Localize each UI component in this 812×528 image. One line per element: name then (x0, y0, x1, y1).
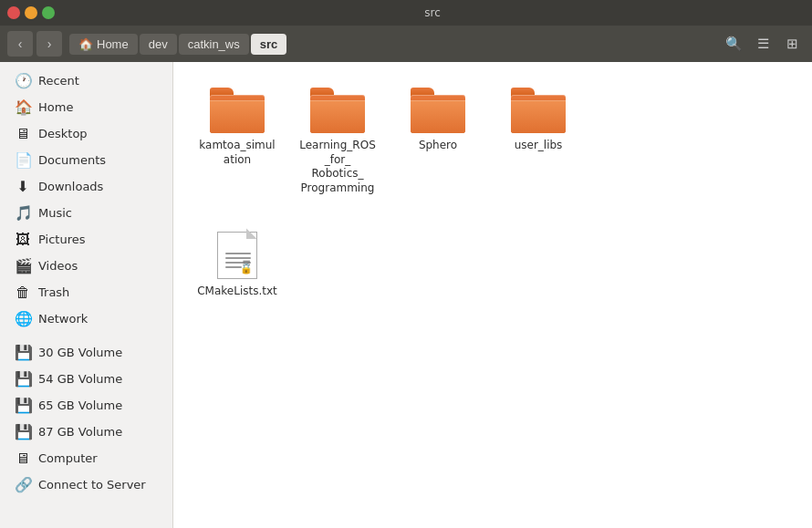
sidebar-label-connect: Connect to Server (38, 478, 146, 492)
file-label-cmakelists: CMakeLists.txt (197, 285, 277, 299)
view-list-icon: ☰ (757, 36, 769, 52)
videos-icon: 🎬 (15, 257, 31, 274)
folder-icon-learning-ros (310, 88, 365, 133)
search-icon: 🔍 (725, 36, 743, 52)
back-icon: ‹ (18, 36, 23, 51)
sidebar-label-vol54: 54 GB Volume (38, 372, 122, 386)
home-icon: 🏠 (78, 37, 93, 51)
file-label-sphero: Sphero (419, 139, 457, 153)
file-item-learning-ros[interactable]: Learning_ROS_for_Robotics_Programming (292, 80, 383, 202)
breadcrumb-src-label: src (260, 37, 278, 51)
sidebar-item-desktop[interactable]: 🖥 Desktop (4, 120, 169, 147)
forward-button[interactable]: › (36, 31, 62, 57)
forward-icon: › (47, 36, 52, 51)
breadcrumb-home[interactable]: 🏠 Home (69, 34, 138, 55)
folder-icon-kamtoa (210, 88, 265, 133)
view-grid-button[interactable]: ⊞ (779, 31, 805, 57)
minimize-button[interactable] (25, 6, 37, 19)
search-button[interactable]: 🔍 (721, 31, 746, 57)
connect-icon: 🔗 (15, 476, 31, 493)
folder-icon-sphero (411, 88, 465, 133)
sidebar-label-documents: Documents (38, 153, 106, 167)
toolbar-right: 🔍 ☰ ⊞ (721, 31, 805, 57)
breadcrumb-dev-label: dev (149, 37, 168, 51)
window-controls (7, 6, 55, 19)
recent-icon: 🕐 (15, 72, 31, 89)
sidebar-item-videos[interactable]: 🎬 Videos (4, 253, 169, 279)
sidebar-label-trash: Trash (38, 285, 69, 299)
sidebar-label-downloads: Downloads (38, 180, 103, 193)
back-button[interactable]: ‹ (7, 31, 33, 57)
view-grid-icon: ⊞ (786, 36, 798, 52)
breadcrumb-home-label: Home (97, 37, 129, 51)
sidebar-item-computer[interactable]: 🖥 Computer (4, 445, 169, 471)
breadcrumb-catkin_ws-label: catkin_ws (188, 37, 240, 51)
sidebar-label-vol87: 87 GB Volume (38, 425, 122, 439)
breadcrumb-dev[interactable]: dev (140, 34, 177, 55)
file-item-kamtoa[interactable]: kamtoa_simulation (192, 80, 283, 202)
file-item-cmakelists[interactable]: ≡ 🔒 CMakeLists.txt (192, 221, 283, 306)
sidebar: 🕐 Recent 🏠 Home 🖥 Desktop 📄 Documents ⬇ … (0, 62, 173, 528)
sidebar-item-home[interactable]: 🏠 Home (4, 94, 169, 120)
sidebar-label-home: Home (38, 100, 73, 114)
music-icon: 🎵 (15, 204, 31, 222)
sidebar-item-vol87[interactable]: 💾 87 GB Volume (4, 419, 169, 445)
titlebar: src (0, 0, 812, 26)
window-title: src (60, 6, 805, 19)
file-label-kamtoa: kamtoa_simulation (197, 139, 277, 167)
sidebar-item-vol65[interactable]: 💾 65 GB Volume (4, 392, 169, 419)
sidebar-item-music[interactable]: 🎵 Music (4, 200, 169, 226)
sidebar-item-vol30[interactable]: 💾 30 GB Volume (4, 339, 169, 366)
file-label-user-libs: user_libs (515, 139, 563, 153)
sidebar-item-network[interactable]: 🌐 Network (4, 305, 169, 332)
desktop-icon: 🖥 (15, 125, 31, 142)
breadcrumb-src[interactable]: src (251, 34, 287, 55)
sidebar-label-recent: Recent (38, 74, 79, 88)
sidebar-label-videos: Videos (38, 259, 78, 273)
file-grid: kamtoa_simulation Learning_ROS_for_Robot… (192, 80, 794, 306)
breadcrumb-catkin_ws[interactable]: catkin_ws (179, 34, 249, 55)
vol65-icon: 💾 (15, 397, 31, 414)
sidebar-separator (0, 332, 172, 339)
doc-lock-icon: 🔒 (240, 263, 253, 274)
sidebar-label-pictures: Pictures (38, 233, 85, 246)
vol87-icon: 💾 (15, 423, 31, 440)
sidebar-label-vol30: 30 GB Volume (38, 346, 122, 359)
vol54-icon: 💾 (15, 370, 31, 388)
downloads-icon: ⬇ (15, 178, 31, 195)
sidebar-item-vol54[interactable]: 💾 54 GB Volume (4, 366, 169, 392)
close-button[interactable] (7, 6, 20, 19)
vol30-icon: 💾 (15, 344, 31, 361)
home-icon: 🏠 (15, 98, 31, 116)
sidebar-item-trash[interactable]: 🗑 Trash (4, 279, 169, 305)
sidebar-item-recent[interactable]: 🕐 Recent (4, 67, 169, 94)
trash-icon: 🗑 (15, 284, 31, 301)
breadcrumb: 🏠 Home dev catkin_ws src (69, 34, 286, 55)
file-item-sphero[interactable]: Sphero (392, 80, 484, 202)
pictures-icon: 🖼 (15, 231, 31, 248)
network-icon: 🌐 (15, 310, 31, 327)
sidebar-item-pictures[interactable]: 🖼 Pictures (4, 226, 169, 253)
maximize-button[interactable] (42, 6, 55, 19)
file-area: kamtoa_simulation Learning_ROS_for_Robot… (173, 62, 812, 528)
file-label-learning-ros: Learning_ROS_for_Robotics_Programming (297, 139, 378, 195)
sidebar-label-desktop: Desktop (38, 127, 88, 140)
documents-icon: 📄 (15, 151, 31, 169)
sidebar-label-computer: Computer (38, 451, 98, 465)
main-area: 🕐 Recent 🏠 Home 🖥 Desktop 📄 Documents ⬇ … (0, 62, 812, 528)
computer-icon: 🖥 (15, 450, 31, 467)
sidebar-label-network: Network (38, 312, 88, 326)
sidebar-item-documents[interactable]: 📄 Documents (4, 147, 169, 173)
toolbar: ‹ › 🏠 Home dev catkin_ws src 🔍 ☰ ⊞ (0, 26, 812, 62)
folder-icon-user-libs (511, 88, 566, 133)
doc-icon-cmakelists: ≡ 🔒 (215, 228, 259, 279)
file-item-user-libs[interactable]: user_libs (493, 80, 584, 202)
sidebar-item-connect[interactable]: 🔗 Connect to Server (4, 471, 169, 498)
sidebar-label-music: Music (38, 206, 72, 220)
sidebar-item-downloads[interactable]: ⬇ Downloads (4, 173, 169, 200)
view-list-button[interactable]: ☰ (750, 31, 776, 57)
sidebar-label-vol65: 65 GB Volume (38, 399, 122, 412)
